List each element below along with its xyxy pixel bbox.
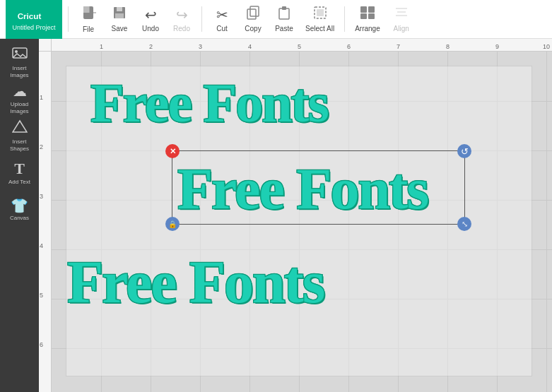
save-button[interactable]: Save (105, 1, 134, 37)
ruler-tick-3: 3 (199, 43, 202, 50)
undo-button[interactable]: ↩ Undo (136, 1, 165, 37)
cut-icon: ✂ (216, 6, 228, 23)
sidebar: InsertImages ☁ UploadImages InsertShapes… (0, 39, 39, 392)
svg-rect-15 (368, 13, 375, 19)
sidebar-item-canvas[interactable]: 👕 Canvas (2, 191, 37, 227)
upload-icon: ☁ (13, 83, 27, 100)
cut-button[interactable]: ✂ Cut (208, 1, 236, 37)
shapes-icon (12, 119, 28, 137)
svg-rect-8 (279, 8, 289, 19)
paste-svg (277, 6, 291, 20)
divider-2 (201, 6, 202, 32)
save-label: Save (112, 25, 128, 32)
canvas-label: Canvas (10, 215, 29, 222)
text-label: Add Text (8, 179, 30, 186)
paste-label: Paste (275, 25, 293, 32)
ruler-tick-2: 2 (149, 43, 153, 50)
redo-button[interactable]: ↪ Redo (168, 1, 196, 37)
svg-rect-5 (115, 13, 124, 18)
copy-icon (246, 6, 260, 23)
sidebar-item-shapes[interactable]: InsertShapes (2, 118, 37, 153)
select-all-label: Select All (305, 25, 334, 32)
align-button[interactable]: Align (387, 1, 416, 37)
svg-rect-2 (83, 6, 90, 13)
ruler-tick-4: 4 (248, 43, 252, 50)
canvas-icon: 👕 (11, 197, 28, 214)
ruler-tick-1: 1 (100, 43, 103, 50)
arrange-svg (360, 6, 375, 20)
ruler-tick-9: 9 (495, 43, 499, 50)
svg-rect-16 (396, 8, 407, 9)
divider-3 (344, 6, 345, 32)
ruler-tick-8: 8 (446, 43, 450, 50)
sidebar-item-upload[interactable]: ☁ UploadImages (2, 81, 37, 117)
arrange-button[interactable]: Arrange (351, 1, 384, 37)
grid-v-10 (546, 52, 547, 392)
align-svg (394, 6, 409, 20)
text-element-3[interactable]: Free Fonts (67, 248, 324, 316)
cricut-logo: Cricut (16, 8, 52, 23)
paste-button[interactable]: Paste (270, 1, 298, 37)
project-name: Untitled Project (12, 24, 55, 31)
canvas[interactable]: Free Fonts Free Fonts ✕ ↺ 🔒 ⤡ Free Fonts (52, 52, 552, 392)
sidebar-item-text[interactable]: T Add Text (2, 155, 37, 190)
select-all-icon (313, 6, 327, 23)
ruler-tick-v5: 5 (40, 292, 43, 299)
save-svg (112, 6, 127, 20)
svg-rect-7 (247, 9, 256, 19)
svg-point-20 (15, 50, 18, 53)
arrange-label: Arrange (355, 25, 380, 32)
svg-rect-18 (396, 15, 407, 16)
text-icon: T (14, 160, 25, 178)
svg-rect-17 (397, 11, 406, 13)
paste-icon (277, 6, 291, 23)
svg-rect-6 (250, 6, 259, 16)
svg-text:Cricut: Cricut (18, 11, 42, 20)
redo-label: Redo (173, 25, 190, 32)
text-element-2[interactable]: Free Fonts (177, 156, 428, 222)
topbar: Cricut Untitled Project File Save ↩ Und (0, 0, 552, 39)
copy-svg (246, 6, 260, 20)
svg-rect-11 (317, 9, 324, 16)
ruler-tick-v4: 4 (40, 242, 43, 249)
text-element-1[interactable]: Free Fonts (90, 71, 328, 135)
ruler-left: 1 2 3 4 5 6 (39, 52, 52, 392)
select-all-button[interactable]: Select All (301, 1, 339, 37)
svg-rect-14 (360, 13, 367, 19)
ruler-tick-10: 10 (543, 43, 550, 50)
ruler-tick-v1: 1 (40, 94, 43, 101)
cut-label: Cut (216, 25, 228, 32)
ruler-tick-v3: 3 (40, 193, 43, 200)
ruler-tick-v2: 2 (40, 143, 43, 150)
divider-1 (68, 6, 69, 32)
svg-rect-4 (117, 7, 122, 11)
undo-icon: ↩ (145, 6, 157, 23)
svg-rect-12 (360, 6, 367, 13)
main-area: 1 2 3 4 5 6 7 8 9 10 1 2 3 4 5 6 (39, 39, 552, 392)
align-label: Align (394, 25, 409, 32)
logo-area: Cricut Untitled Project (6, 0, 62, 39)
corner-box (39, 39, 52, 52)
images-icon (12, 46, 28, 64)
ruler-tick-5: 5 (298, 43, 301, 50)
align-icon (394, 6, 409, 23)
copy-label: Copy (245, 25, 261, 32)
shapes-label: InsertShapes (10, 138, 29, 152)
file-label: File (83, 25, 94, 33)
undo-label: Undo (142, 25, 159, 32)
img-svg (12, 46, 28, 60)
sidebar-item-images[interactable]: InsertImages (2, 44, 37, 80)
file-svg (81, 5, 96, 20)
ruler-tick-7: 7 (397, 43, 400, 50)
selectall-svg (313, 6, 327, 20)
svg-rect-13 (368, 6, 375, 13)
copy-button[interactable]: Copy (239, 1, 267, 37)
file-icon (81, 5, 96, 24)
images-label: InsertImages (10, 65, 28, 78)
ruler-tick-v6: 6 (40, 341, 43, 348)
arrange-icon (360, 6, 375, 23)
ruler-top: 1 2 3 4 5 6 7 8 9 10 (52, 39, 552, 52)
ruler-tick-6: 6 (347, 43, 351, 50)
svg-rect-9 (282, 6, 286, 10)
file-button[interactable]: File (74, 1, 102, 37)
